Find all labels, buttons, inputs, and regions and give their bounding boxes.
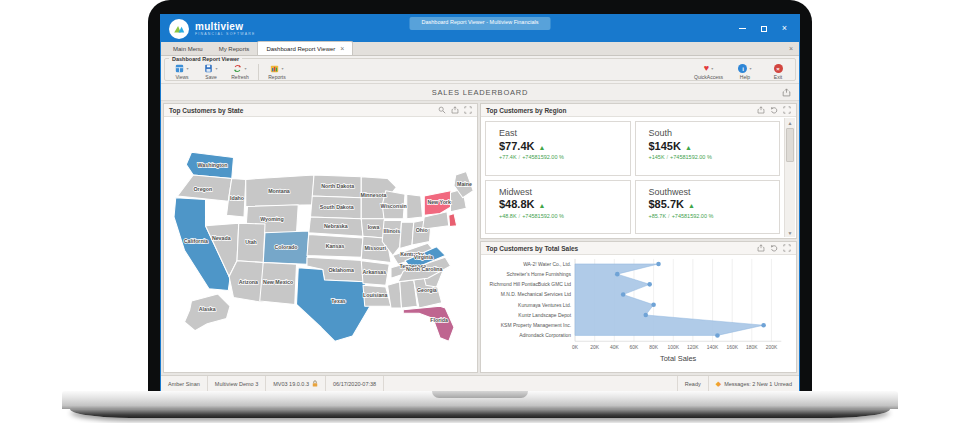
dashboard-content: Top Customers by State WashingtonOregonC… [161, 101, 799, 375]
tabbar-close-icon[interactable]: × [789, 45, 793, 52]
maximize-icon[interactable] [761, 26, 767, 32]
region-name: South [649, 129, 780, 139]
logo-mountains-icon [172, 22, 186, 36]
chart-x-tick: 200K [766, 345, 778, 350]
region-percent: +74581592.00 % [670, 154, 712, 160]
region-card-east[interactable]: East $77.4K▲ +77.4K/+74581592.00 % [485, 121, 631, 176]
chart-x-tick: 100K [667, 345, 679, 350]
state-label-north-carolina: North Carolina [406, 266, 443, 272]
chevron-down-icon: ▾ [749, 67, 751, 71]
trend-up-icon: ▲ [688, 202, 695, 209]
chart-point[interactable] [621, 292, 626, 297]
refresh-label: Refresh [231, 75, 249, 80]
refresh-icon [233, 64, 242, 73]
trend-up-icon: ▲ [538, 144, 545, 151]
state-label-montana: Montana [268, 187, 290, 193]
state-label-utah: Utah [245, 239, 257, 245]
share-icon[interactable] [782, 88, 791, 97]
state-florida[interactable] [403, 306, 454, 341]
chart-x-tick: 180K [746, 345, 758, 350]
chart-point[interactable] [647, 282, 652, 287]
undo-icon[interactable] [770, 244, 778, 252]
chart-x-tick: 120K [687, 345, 699, 350]
state-label-north-dakota: North Dakota [321, 183, 354, 189]
expand-icon[interactable] [783, 244, 791, 252]
reports-button[interactable]: ▾ Reports [266, 63, 288, 80]
minimize-icon[interactable] [739, 28, 746, 29]
help-label: Help [740, 75, 750, 80]
scroll-up-icon[interactable]: ▲ [785, 118, 795, 127]
save-label: Save [205, 75, 216, 80]
laptop-notch [432, 391, 528, 398]
share-icon[interactable] [757, 244, 765, 252]
state-label-nevada: Nevada [211, 234, 230, 240]
region-name: East [499, 129, 630, 139]
info-icon: i [738, 64, 747, 73]
region-scrollbar[interactable]: ▲ ▼ [784, 118, 795, 237]
state-label-ohio: Ohio [415, 226, 427, 232]
save-button[interactable]: ▾ Save [200, 63, 222, 80]
state-label-oregon: Oregon [193, 185, 212, 191]
region-panel-header: Top Customers by Region [481, 104, 796, 117]
chart-category-label: Kuntz Landscape Depot [518, 313, 571, 318]
share-icon[interactable] [757, 106, 765, 114]
logo-name: multiview [195, 21, 255, 32]
chart-point[interactable] [715, 333, 720, 338]
chart-point[interactable] [651, 302, 656, 307]
tab-bar: Main Menu My Reports Dashboard Report Vi… [161, 42, 799, 56]
tab-close-icon[interactable]: × [340, 45, 344, 52]
tab-main-menu[interactable]: Main Menu [165, 43, 211, 55]
state-label-south-dakota: South Dakota [319, 204, 353, 210]
status-datetime: 06/17/2020-07:38 [326, 376, 384, 391]
magnifier-icon[interactable] [438, 106, 446, 114]
views-button[interactable]: ▾ Views [171, 63, 193, 80]
status-messages[interactable]: ◆ Messages: 2 New 1 Unread [708, 376, 799, 391]
expand-icon[interactable] [783, 106, 791, 114]
chart-point[interactable] [761, 323, 766, 328]
tab-my-reports[interactable]: My Reports [211, 43, 258, 55]
undo-icon[interactable] [770, 106, 778, 114]
chevron-down-icon: ▾ [281, 67, 283, 71]
chart-category-label: Kurumaya Ventures Ltd. [518, 303, 571, 308]
region-name: Southwest [649, 188, 780, 198]
window-title: Dashboard Report Viewer - Multiview Fina… [410, 17, 551, 30]
state-label-wyoming: Wyoming [260, 215, 284, 221]
state-label-maine: Maine [457, 181, 472, 187]
chart-category-label: WA-2! Water Co., Ltd. [523, 262, 571, 267]
trend-up-icon: ▲ [685, 144, 692, 151]
region-card-midwest[interactable]: Midwest $48.8K▲ +48.8K/+74581592.00 % [485, 180, 631, 235]
close-icon[interactable]: × [782, 24, 787, 33]
quickaccess-button[interactable]: ♥▾ QuickAccess [694, 63, 723, 80]
region-card-south[interactable]: South $145K▲ +145K/+74581592.00 % [635, 121, 781, 176]
chart-x-tick: 20K [590, 345, 599, 350]
region-card-southwest[interactable]: Southwest $85.7K▲ +85.7K/+74581592.00 % [635, 180, 781, 235]
toolbar-group-label: Dashboard Report Viewer [169, 56, 242, 62]
region-cards: East $77.4K▲ +77.4K/+74581592.00 % South… [481, 117, 796, 238]
chart-x-tick: 80K [649, 345, 658, 350]
scroll-down-icon[interactable]: ▼ [785, 228, 795, 237]
state-alaska[interactable] [184, 294, 230, 331]
state-michigan[interactable] [406, 194, 422, 219]
sales-chart: WA-2! Water Co., Ltd.Schreiter's Home Fu… [481, 255, 796, 372]
tab-label: Dashboard Report Viewer [266, 46, 335, 52]
expand-icon[interactable] [464, 106, 472, 114]
refresh-button[interactable]: ▾ Refresh [229, 63, 251, 80]
dashboard-header: SALES LEADERBOARD [161, 84, 799, 101]
chart-point[interactable] [656, 262, 661, 267]
exit-button[interactable]: × Exit [767, 63, 789, 80]
chart-point[interactable] [615, 272, 620, 277]
tab-dashboard-report-viewer[interactable]: Dashboard Report Viewer × [257, 41, 353, 55]
region-delta: +85.7K [649, 213, 667, 219]
state-label-idaho: Idaho [230, 194, 244, 200]
state-label-missouri: Missouri [364, 245, 386, 251]
share-icon[interactable] [451, 106, 459, 114]
state-new-jersey[interactable] [448, 213, 456, 226]
scrollbar-thumb[interactable] [786, 128, 794, 162]
help-button[interactable]: i▾ Help [734, 63, 756, 80]
region-panel-title: Top Customers by Region [486, 107, 566, 114]
views-icon [175, 64, 184, 73]
chart-point[interactable] [643, 313, 648, 318]
status-user: Amber Sinan [161, 376, 208, 391]
lock-icon [312, 380, 318, 387]
chart-x-tick: 140K [707, 345, 719, 350]
